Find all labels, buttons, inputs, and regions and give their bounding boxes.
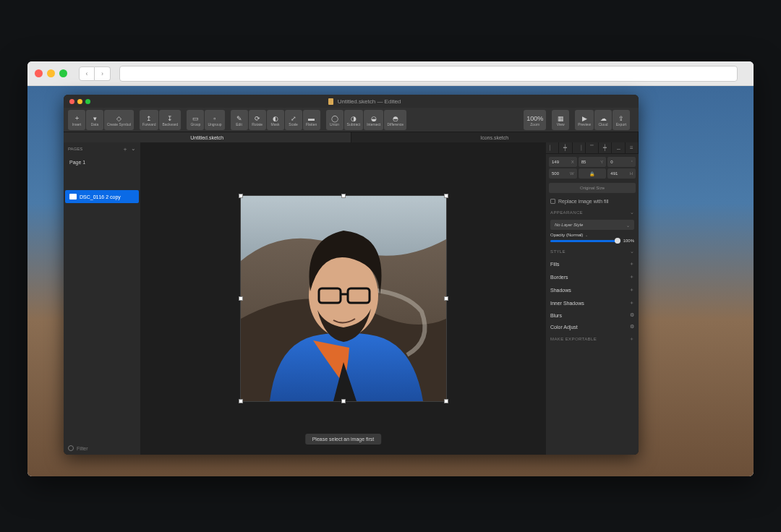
toolbar-scale-button[interactable]: ⤢Scale: [285, 110, 302, 130]
style-color-adjust[interactable]: Color Adjust⚙: [546, 321, 639, 332]
style-borders[interactable]: Borders＋: [546, 270, 639, 283]
replace-image-checkbox[interactable]: Replace image with fill: [546, 196, 639, 207]
lock-icon: 🔒: [589, 171, 594, 176]
toolbar-icon: ⇪: [618, 114, 624, 123]
add-icon[interactable]: ＋: [629, 299, 634, 306]
browser-viewport: Untitled.sketch — Edited ＋Insert▾Data◇Cr…: [27, 86, 754, 476]
distribute-button[interactable]: ≡: [626, 142, 639, 153]
align-hcenter-button[interactable]: ┿: [559, 142, 572, 153]
layer-item[interactable]: DSC_0116 2 copy: [65, 190, 139, 203]
toolbar-label: Flatten: [306, 123, 317, 126]
exportable-header[interactable]: MAKE EXPORTABLE＋: [546, 332, 639, 346]
opacity-control[interactable]: Opacity (Normal)⌄ 100%: [546, 233, 639, 246]
toolbar-export-button[interactable]: ⇪Export: [613, 110, 630, 130]
toolbar-label: Preview: [578, 123, 591, 126]
resize-handle[interactable]: [341, 194, 346, 198]
align-right-button[interactable]: ⎹: [573, 142, 586, 153]
toolbar-rotate-button[interactable]: ⟳Rotate: [249, 110, 266, 130]
layer-style-select[interactable]: No Layer Style⌄: [550, 220, 634, 230]
toolbar-cloud-button[interactable]: ☁Cloud: [594, 110, 612, 130]
resize-handle[interactable]: [239, 296, 243, 301]
lock-aspect-button[interactable]: 🔒: [579, 168, 607, 179]
toolbar-flatten-button[interactable]: ▬Flatten: [303, 110, 320, 130]
resize-handle[interactable]: [444, 296, 448, 301]
resize-handle[interactable]: [341, 399, 346, 403]
height-field[interactable]: 491H: [607, 168, 636, 179]
align-vcenter-button[interactable]: ┿: [599, 142, 612, 153]
toolbar-label: Forward: [142, 123, 155, 126]
toolbar-view-button[interactable]: ▦View: [552, 110, 569, 130]
style-fills[interactable]: Fills＋: [546, 257, 639, 270]
toolbar-icon: ☁: [600, 114, 607, 123]
minimize-icon[interactable]: [77, 99, 82, 104]
toolbar-label: Insert: [72, 123, 82, 126]
y-field[interactable]: 85Y: [579, 157, 607, 167]
width-field[interactable]: 500W: [549, 168, 577, 179]
add-icon[interactable]: ＋: [629, 286, 634, 293]
toolbar-insert-button[interactable]: ＋Insert: [68, 110, 85, 130]
page-item[interactable]: Page 1: [64, 155, 140, 168]
toolbar-edit-button[interactable]: ✎Edit: [231, 110, 248, 130]
tab-untitled[interactable]: Untitled.sketch: [64, 132, 351, 142]
toolbar-icon: ▬: [308, 114, 315, 123]
style-inner-shadows[interactable]: Inner Shadows＋: [546, 296, 639, 309]
style-label: Color Adjust: [550, 325, 578, 330]
style-shadows[interactable]: Shadows＋: [546, 283, 639, 296]
inspector-panel: ⎸ ┿ ⎹ ⎺ ┿ ⎽ ≡ 149X 85Y 0° 500W 🔒: [546, 142, 639, 455]
canvas[interactable]: Please select an image first: [140, 142, 546, 455]
toolbar-difference-button[interactable]: ◓Difference: [384, 110, 406, 130]
x-field[interactable]: 149X: [549, 157, 577, 167]
sketch-toolbar: ＋Insert▾Data◇Create Symbol↥Forward↧Backw…: [64, 108, 639, 132]
toolbar-ungroup-button[interactable]: ▫Ungroup: [205, 110, 224, 130]
toolbar-preview-button[interactable]: ▶Preview: [575, 110, 594, 130]
pages-chevron-icon[interactable]: ⌄: [131, 145, 136, 153]
rotation-field[interactable]: 0°: [607, 157, 636, 167]
align-bottom-button[interactable]: ⎽: [612, 142, 625, 153]
resize-handle[interactable]: [239, 399, 243, 403]
appearance-header[interactable]: APPEARANCE⌄: [546, 207, 639, 218]
align-top-button[interactable]: ⎺: [586, 142, 599, 153]
forward-button[interactable]: ›: [95, 66, 111, 81]
toolbar-create-symbol-button[interactable]: ◇Create Symbol: [104, 110, 134, 130]
window-title: Untitled.sketch — Edited: [338, 98, 401, 105]
add-icon[interactable]: ⚙: [630, 312, 634, 318]
selected-image[interactable]: [241, 196, 446, 401]
address-bar[interactable]: [119, 66, 738, 82]
toolbar-group-button[interactable]: ▭Group: [187, 110, 204, 130]
browser-window: ‹ › Untitled.sketch — Edited ＋Insert▾Dat…: [27, 61, 754, 476]
toolbar-union-button[interactable]: ◯Union: [326, 110, 343, 130]
close-icon[interactable]: [35, 69, 43, 77]
tab-icons[interactable]: Icons.sketch: [351, 132, 639, 142]
add-icon[interactable]: ＋: [629, 273, 634, 280]
position-grid: 149X 85Y 0° 500W 🔒 491H: [546, 154, 639, 181]
opacity-slider[interactable]: [550, 240, 620, 242]
style-header[interactable]: STYLE⌄: [546, 246, 639, 257]
toolbar-forward-button[interactable]: ↥Forward: [140, 110, 158, 130]
maximize-icon[interactable]: [85, 99, 90, 104]
filter-row[interactable]: Filter: [64, 442, 140, 455]
document-tabs: Untitled.sketch Icons.sketch: [64, 132, 639, 142]
maximize-icon[interactable]: [59, 69, 67, 77]
close-icon[interactable]: [69, 99, 74, 104]
toolbar-backward-button[interactable]: ↧Backward: [159, 110, 181, 130]
add-icon[interactable]: ⚙: [630, 324, 634, 330]
toolbar-zoom-button[interactable]: 100%Zoom: [524, 110, 546, 130]
add-page-button[interactable]: ＋: [122, 145, 128, 153]
toolbar-icon: 100%: [526, 114, 543, 123]
style-blurs[interactable]: Blurs⚙: [546, 309, 639, 321]
add-icon[interactable]: ＋: [629, 260, 634, 267]
slider-knob[interactable]: [615, 238, 620, 244]
original-size-button[interactable]: Original Size: [549, 183, 636, 193]
toolbar-data-button[interactable]: ▾Data: [86, 110, 103, 130]
resize-handle[interactable]: [444, 194, 448, 198]
resize-handle[interactable]: [239, 194, 243, 198]
toolbar-mask-button[interactable]: ◐Mask: [267, 110, 284, 130]
style-label: Fills: [550, 262, 559, 267]
toolbar-subtract-button[interactable]: ◑Subtract: [344, 110, 364, 130]
minimize-icon[interactable]: [47, 69, 55, 77]
resize-handle[interactable]: [444, 399, 448, 403]
back-button[interactable]: ‹: [79, 66, 95, 81]
align-left-button[interactable]: ⎸: [546, 142, 559, 153]
toolbar-intersect-button[interactable]: ◒Intersect: [364, 110, 383, 130]
nav-buttons: ‹ ›: [79, 66, 111, 81]
